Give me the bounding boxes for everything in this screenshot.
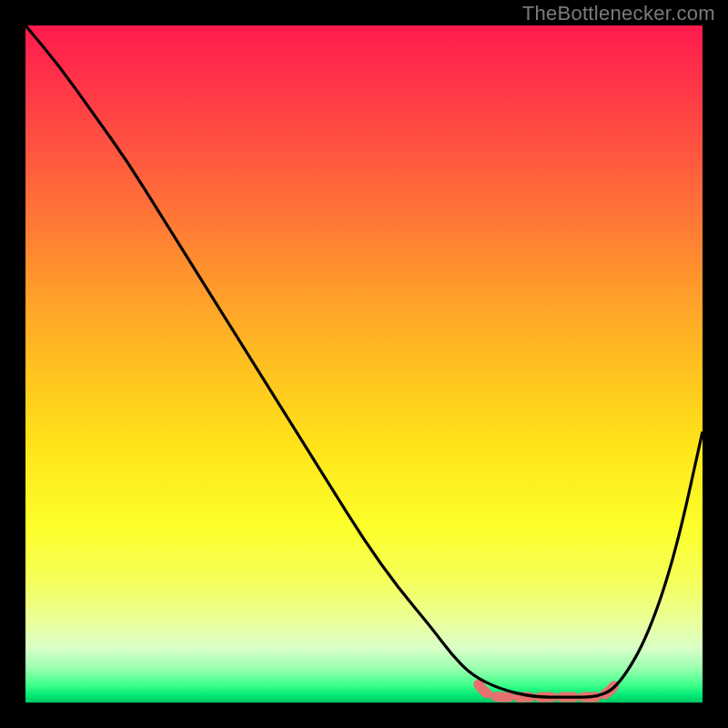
plot-area xyxy=(25,25,703,703)
bottleneck-curve-line xyxy=(25,25,703,697)
watermark-label: TheBottlenecker.com xyxy=(522,2,715,25)
curve-layer xyxy=(25,25,703,703)
chart-frame: TheBottlenecker.com xyxy=(0,0,728,728)
